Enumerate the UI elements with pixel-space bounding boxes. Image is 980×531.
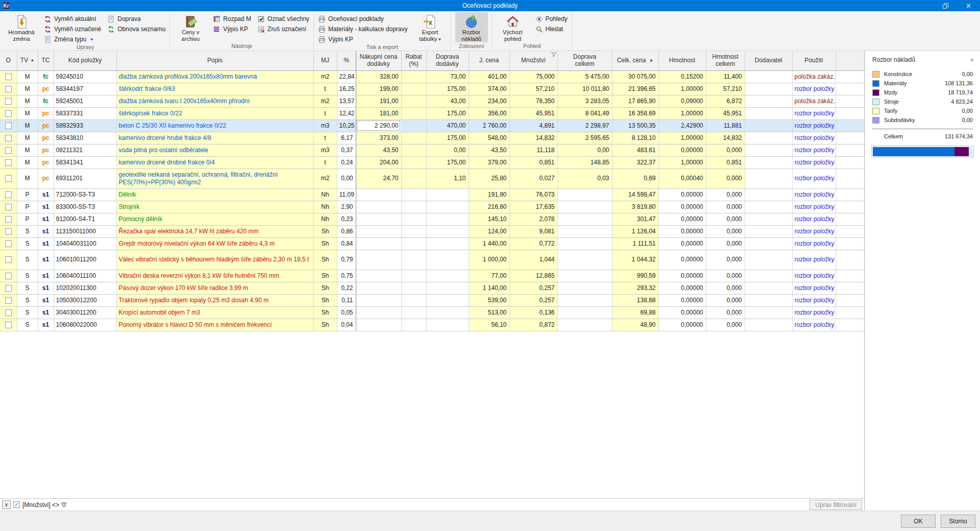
- cell-rabat[interactable]: [401, 70, 426, 83]
- column-header-o[interactable]: O: [0, 51, 17, 70]
- cell-doprava_celk[interactable]: [557, 282, 612, 294]
- cell-celk_cena[interactable]: 483,61: [612, 144, 658, 156]
- row-checkbox[interactable]: [5, 159, 12, 166]
- cell-nakup[interactable]: [356, 306, 401, 319]
- ribbon-button-materialy-kalkulace-dopravy[interactable]: Materiály - kalkulace dopravy: [318, 25, 407, 33]
- cell-tc[interactable]: s1: [38, 237, 54, 250]
- cell-kod[interactable]: 58337331: [54, 107, 116, 119]
- cell-mj[interactable]: Nh: [313, 188, 337, 201]
- cell-o[interactable]: [0, 144, 17, 156]
- cell-hmot_celk[interactable]: 0,000: [706, 188, 745, 201]
- cell-tc[interactable]: fc: [38, 70, 54, 83]
- cell-j_cena[interactable]: 539,00: [469, 294, 509, 306]
- cell-pouziti[interactable]: rozbor položky: [792, 282, 836, 294]
- cell-celk_cena[interactable]: 322,37: [612, 156, 658, 168]
- cell-pct[interactable]: 6,17: [337, 132, 356, 144]
- cell-hmotnost[interactable]: 0,00000: [658, 294, 706, 306]
- cell-tv[interactable]: M: [17, 95, 38, 107]
- cell-hmot_celk[interactable]: 0,000: [706, 306, 745, 319]
- cell-doprava_dod[interactable]: [426, 188, 469, 201]
- row-checkbox[interactable]: [5, 191, 12, 198]
- cell-o[interactable]: [0, 225, 17, 237]
- cell-tc[interactable]: pc: [38, 156, 54, 168]
- cell-popis[interactable]: dlažba zámková tvaru I 200x165x40mm přír…: [116, 95, 313, 107]
- cell-celk_cena[interactable]: 1 044,32: [612, 250, 658, 270]
- cell-nakup[interactable]: 199,00: [356, 83, 401, 95]
- cell-tc[interactable]: s1: [38, 282, 54, 294]
- table-row[interactable]: Mfc59245001dlažba zámková tvaru I 200x16…: [0, 95, 864, 107]
- cell-rabat[interactable]: [401, 225, 426, 237]
- cell-nakup[interactable]: 204,00: [356, 156, 401, 168]
- cell-nakup[interactable]: [356, 213, 401, 225]
- cell-dodavatel[interactable]: [745, 95, 792, 107]
- cell-o[interactable]: [0, 270, 17, 282]
- cell-o[interactable]: [0, 319, 17, 331]
- cell-j_cena[interactable]: 1 440,00: [469, 237, 509, 250]
- column-header-pct[interactable]: %: [337, 51, 356, 70]
- cell-doprava_celk[interactable]: [557, 250, 612, 270]
- cell-kod[interactable]: 08211321: [54, 144, 116, 156]
- cell-hmot_celk[interactable]: 0,000: [706, 144, 745, 156]
- cell-hmot_celk[interactable]: 0,000: [706, 201, 745, 213]
- column-header-tc[interactable]: TC: [38, 51, 54, 70]
- cell-tv[interactable]: P: [17, 188, 38, 201]
- cell-pouziti[interactable]: rozbor položky: [792, 319, 836, 331]
- cell-hmot_celk[interactable]: 0,000: [706, 270, 745, 282]
- cell-pct[interactable]: 11,09: [337, 188, 356, 201]
- table-row[interactable]: Ss1105030012200Traktorové rypadlo objem …: [0, 294, 864, 306]
- cell-j_cena[interactable]: 548,00: [469, 132, 509, 144]
- cell-popis[interactable]: geotextilie netkaná separační, ochranná,…: [116, 168, 313, 188]
- table-row[interactable]: Ss1106010011200Válec vibrační statický s…: [0, 250, 864, 270]
- cell-nakup[interactable]: [356, 237, 401, 250]
- cell-nakup[interactable]: 191,00: [356, 95, 401, 107]
- cell-tv[interactable]: S: [17, 237, 38, 250]
- cell-mnozstvi[interactable]: 0,257: [509, 282, 557, 294]
- column-header-rabat[interactable]: Rabat (%): [401, 51, 426, 70]
- cell-pouziti[interactable]: rozbor položky: [792, 306, 836, 319]
- cell-tc[interactable]: pc: [38, 144, 54, 156]
- ribbon-button-zrus-oznaceni[interactable]: Zruš označení: [257, 25, 309, 33]
- ribbon-button-vypis-kp[interactable]: Výpis KP: [213, 25, 251, 33]
- cell-kod[interactable]: 58344197: [54, 83, 116, 95]
- cell-kod[interactable]: 113150011000: [54, 225, 116, 237]
- cell-pct[interactable]: 10,25: [337, 119, 356, 132]
- cell-celk_cena[interactable]: 21 396,65: [612, 83, 658, 95]
- table-row[interactable]: Ps1712000-S3-T3DělníkNh11,09191,9076,073…: [0, 188, 864, 201]
- cell-hmotnost[interactable]: 0,00000: [658, 319, 706, 331]
- cell-dodavatel[interactable]: [745, 107, 792, 119]
- cell-mnozstvi[interactable]: 0,772: [509, 237, 557, 250]
- cell-doprava_dod[interactable]: 470,00: [426, 119, 469, 132]
- cell-pouziti[interactable]: rozbor položky: [792, 294, 836, 306]
- cell-mj[interactable]: t: [313, 156, 337, 168]
- cell-rabat[interactable]: [401, 188, 426, 201]
- cell-hmot_celk[interactable]: 0,000: [706, 282, 745, 294]
- cell-pouziti[interactable]: rozbor položky: [792, 237, 836, 250]
- cell-tv[interactable]: S: [17, 250, 38, 270]
- cell-doprava_celk[interactable]: 3 283,05: [557, 95, 612, 107]
- cell-mnozstvi[interactable]: 11,118: [509, 144, 557, 156]
- cell-o[interactable]: [0, 95, 17, 107]
- cell-doprava_dod[interactable]: 175,00: [426, 156, 469, 168]
- cell-celk_cena[interactable]: 17 865,90: [612, 95, 658, 107]
- cell-hmotnost[interactable]: 0,00000: [658, 213, 706, 225]
- cell-nakup[interactable]: [356, 250, 401, 270]
- cell-o[interactable]: [0, 107, 17, 119]
- row-checkbox[interactable]: [5, 204, 12, 210]
- cell-celk_cena[interactable]: 0,69: [612, 168, 658, 188]
- cell-tv[interactable]: S: [17, 306, 38, 319]
- cell-mj[interactable]: Sh: [313, 282, 337, 294]
- cell-j_cena[interactable]: 43,50: [469, 144, 509, 156]
- cell-popis[interactable]: kamenivo drcené drobné frakce 0/4: [116, 156, 313, 168]
- filter-close-button[interactable]: x: [2, 500, 11, 509]
- cell-hmotnost[interactable]: 1,00000: [658, 156, 706, 168]
- column-header-pouziti[interactable]: Použití: [792, 51, 836, 70]
- cell-hmot_celk[interactable]: 6,872: [706, 95, 745, 107]
- cell-doprava_celk[interactable]: 2 595,65: [557, 132, 612, 144]
- cell-o[interactable]: [0, 237, 17, 250]
- row-checkbox[interactable]: [5, 273, 12, 279]
- cell-mnozstvi[interactable]: 0,872: [509, 319, 557, 331]
- table-row[interactable]: Mpc58341341kamenivo drcené drobné frakce…: [0, 156, 864, 168]
- cell-nakup[interactable]: [356, 225, 401, 237]
- ribbon-button-vymen-oznacene[interactable]: Vyměň označené: [44, 25, 101, 33]
- cell-dodavatel[interactable]: [745, 132, 792, 144]
